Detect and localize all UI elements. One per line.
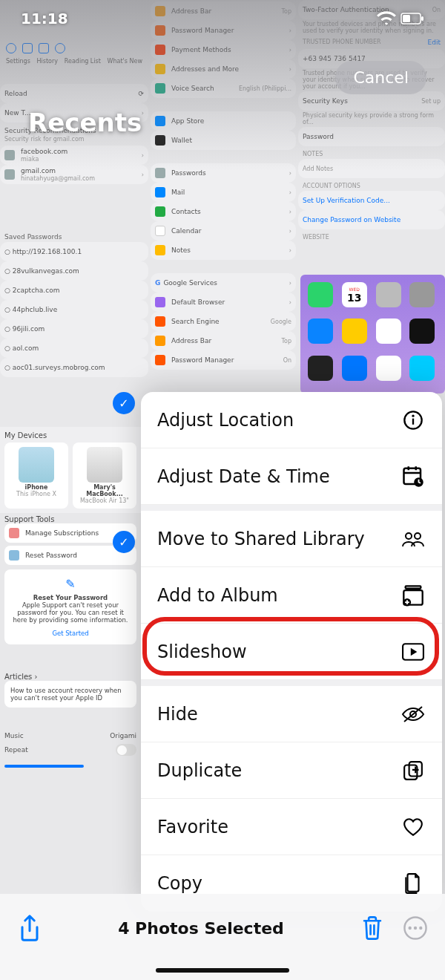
- svg-point-11: [406, 533, 412, 539]
- menu-label: Adjust Location: [157, 410, 294, 431]
- menu-label: Favorite: [157, 817, 228, 837]
- menu-adjust-date-time[interactable]: Adjust Date & Time: [141, 448, 442, 505]
- status-time: 11:18: [21, 10, 68, 27]
- home-indicator: [156, 968, 289, 973]
- menu-favorite[interactable]: Favorite: [141, 799, 442, 855]
- trash-button[interactable]: [359, 915, 386, 941]
- people-icon: [400, 526, 426, 552]
- menu-hide[interactable]: Hide: [141, 686, 442, 742]
- svg-rect-1: [403, 15, 410, 22]
- info-icon: [400, 408, 426, 433]
- action-sheet: Adjust Location Adjust Date & Time Move …: [141, 392, 442, 912]
- wifi-icon: [377, 11, 396, 26]
- menu-label: Hide: [157, 704, 198, 725]
- selection-check-icon: ✓: [113, 392, 135, 414]
- bg-item: Reload⟳: [0, 84, 148, 103]
- play-rectangle-icon: [400, 639, 426, 664]
- share-button[interactable]: [16, 915, 43, 941]
- svg-rect-9: [415, 466, 418, 470]
- album-add-icon: [400, 583, 426, 608]
- menu-label: Add to Album: [157, 585, 278, 606]
- svg-point-24: [419, 927, 422, 930]
- menu-add-to-album[interactable]: Add to Album: [141, 567, 442, 624]
- svg-rect-8: [408, 466, 410, 470]
- bottom-toolbar: 4 Photos Selected: [0, 894, 445, 980]
- svg-rect-4: [412, 418, 414, 424]
- menu-adjust-location[interactable]: Adjust Location: [141, 392, 442, 448]
- page-title-recents: Recents: [28, 108, 142, 137]
- menu-label: Adjust Date & Time: [157, 466, 330, 487]
- svg-point-23: [414, 927, 417, 930]
- bg-homescreen-thumbnail: WED13: [300, 275, 445, 393]
- svg-point-5: [412, 414, 414, 416]
- battery-icon: [400, 13, 424, 24]
- copy-doc-icon: [400, 871, 426, 896]
- svg-rect-2: [421, 16, 423, 21]
- eye-slash-icon: [400, 702, 426, 727]
- selection-check-icon: ✓: [113, 531, 135, 553]
- menu-label: Duplicate: [157, 760, 242, 781]
- menu-duplicate[interactable]: Duplicate: [141, 742, 442, 799]
- calendar-clock-icon: [400, 464, 426, 489]
- heart-icon: [400, 814, 426, 840]
- cancel-button[interactable]: Cancel: [335, 61, 426, 94]
- selected-count-label: 4 Photos Selected: [118, 919, 284, 938]
- menu-label: Slideshow: [157, 641, 247, 662]
- menu-label: Move to Shared Library: [157, 529, 365, 549]
- svg-rect-13: [406, 586, 421, 588]
- svg-point-12: [415, 533, 421, 539]
- svg-point-22: [409, 927, 412, 930]
- status-bar: 11:18: [0, 0, 445, 37]
- menu-label: Copy: [157, 873, 202, 894]
- duplicate-icon: [400, 758, 426, 783]
- more-button[interactable]: [402, 915, 429, 941]
- menu-move-to-shared-library[interactable]: Move to Shared Library: [141, 511, 442, 567]
- menu-slideshow[interactable]: Slideshow: [141, 624, 442, 680]
